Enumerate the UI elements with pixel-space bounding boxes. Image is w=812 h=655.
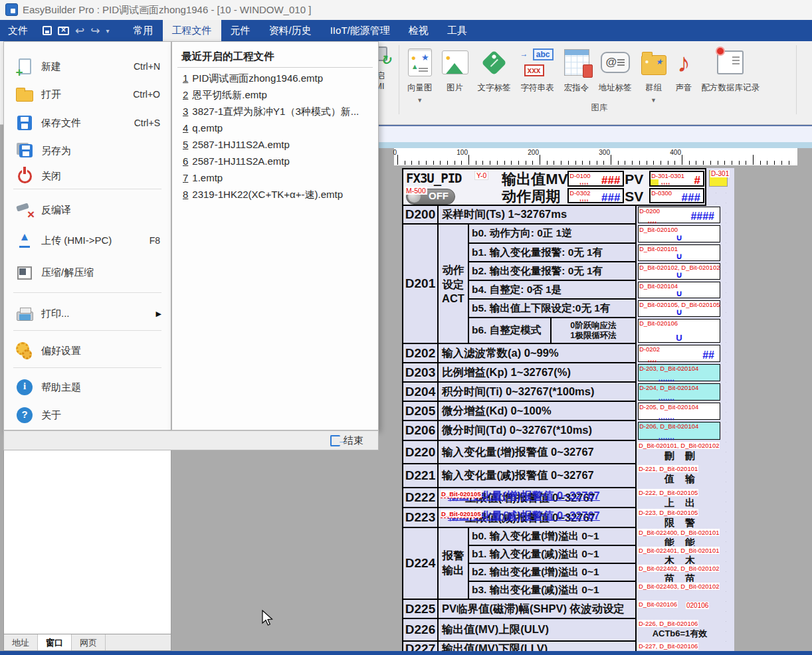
toolbar-button-vector-graphic[interactable]: ▲向量图▼ [403,44,437,104]
ribbon-tab-2[interactable]: 工程文件 [163,20,221,41]
address-cell: D_Bit-020101, D_Bit-020102刪刪 [637,441,723,464]
address-label: D_Bit-022400, D_Bit-020101 [638,529,720,536]
file-menu-item-preferences[interactable]: 偏好设置 [4,339,171,362]
print-icon [17,312,33,321]
table-row-D201: D201动作设定ACTb0. 动作方向: 0正 1逆D_Bit-020100∪b… [402,225,734,344]
toolbar-button-address-tag[interactable]: 地址标签 [594,44,637,94]
recent-file-item[interactable]: 71.emtp [183,172,373,187]
m500-address-tag: M-500 [405,187,427,195]
file-menu-item-compress[interactable]: 压缩/解压缩 [4,261,171,284]
table-row-D227: D227输出值(MV)下限(LLV)D-227, D_Bit-020106 [402,642,734,651]
submenu-arrow-icon: ▶ [156,310,161,318]
recent-file-item[interactable]: 52587-1HJ11S2A.emtp [183,139,373,153]
file-menu-item-save-file[interactable]: 保存文件Ctrl+S [4,112,171,134]
toolbar-button-label: 地址标签 [599,82,632,94]
toolbar-button-text-label[interactable]: 文字标签 [473,44,516,94]
toolbar-button-sound[interactable]: ♪声音 [671,44,697,94]
recent-file-item[interactable]: 4q.emtp [183,122,373,137]
export-icon[interactable] [58,27,69,35]
sub-row: b0. 输入变化量(增)溢出 0~1D_Bit-022400, D_Bit-02… [469,528,723,546]
redo-icon[interactable]: ↪ [90,25,100,37]
table-row-D225: D225PV临界值(磁滞)幅(SHPV) 依波动设定D_Bit-02010602… [402,600,734,619]
address-cell: D-223, D_Bit-020105限警 [637,508,723,528]
ribbon-tab-7[interactable]: 工具 [438,20,476,41]
address-label: D_Bit-022403, D_Bit-020102 [638,583,720,590]
address-cell: D_Bit-020105, D_Bit-020105∪ [637,300,723,318]
menu-item-icon-wrap [15,169,35,183]
panel-tab-网页[interactable]: 网页 [72,634,106,650]
address-box: D_Bit-020102, D_Bit-020102∪ [638,263,720,280]
address-cell: D_Bit-020100∪ [637,225,723,244]
address-tag-icon [601,52,630,73]
panel-tabs: 地址窗口网页 [3,634,171,651]
ribbon-tab-6[interactable]: 检视 [399,20,438,41]
ribbon-tab-3[interactable]: 元件 [221,20,260,41]
ruler-tick [767,161,767,165]
ribbon-tab-5[interactable]: IIoT/能源管理 [321,20,399,41]
ruler-tick [789,161,789,165]
menu-file[interactable]: 文件 [0,20,37,41]
sound-icon: ♪ [677,48,690,77]
address-label: D-205, D_Bit-020104 [639,403,698,411]
exit-button[interactable]: 结束 [330,434,363,447]
recent-file-item[interactable]: 33827-1直焊为脉冲Y1（3种模式）新... [183,106,373,120]
recent-file-item[interactable]: 82319-1HK22(XC+TK+α+-速).emtp [183,189,373,203]
file-menu-item-close-project[interactable]: 关闭 [4,165,171,187]
recent-file-item[interactable]: 2恩平切纸新.emtp [183,89,373,104]
address-label: D_Bit-020101 [639,245,678,252]
file-menu-item-decompile[interactable]: 反编译 [4,199,171,221]
panel-tab-窗口[interactable]: 窗口 [38,634,72,650]
pid-header: FX3U_PID Y-0 M-500 OFF 输出值MV 动作周期 D-0100… [402,168,706,206]
ruler-tick [739,161,740,165]
sub-rows: b0. 动作方向: 0正 1逆D_Bit-020100∪b1. 输入变化量报警:… [469,225,723,344]
sub-row: b6. 自整定模式0阶跃响应法1极限循环法D_Bit-020106U [469,318,723,344]
compress-icon [17,266,32,280]
save-icon[interactable] [43,26,52,35]
toolbar-button-recipe-database[interactable]: 配方数据库记录 [697,44,765,94]
group-icon: ★ [641,55,666,75]
toolbar-button-picture[interactable]: 图片 [437,44,473,94]
file-menu-item-help[interactable]: 帮助主题 [4,376,171,399]
recent-file-item[interactable]: 62587-1HJ11S2A.emtp [183,155,373,170]
ruler-tick [433,161,434,165]
ruler-tick [753,155,754,165]
menu-item-icon-wrap [15,342,35,359]
toolbar-button-macro[interactable]: 宏指令 [559,44,594,94]
recent-file-number: 3 [183,106,188,117]
address-label: D-223, D_Bit-020105 [638,509,698,516]
address-cell: D-221, D_Bit-020101值输 [637,464,723,488]
undo-icon[interactable]: ↩ [75,25,84,37]
file-menu-item-new-file[interactable]: 新建Ctrl+N [4,55,171,78]
file-menu-item-open-folder[interactable]: 打开Ctrl+O [4,83,171,106]
file-menu-item-about[interactable]: 关于 [4,404,171,426]
toolbar-button-label: 宏指令 [564,82,589,94]
sv-label: SV [625,188,649,205]
toolbar-separator [399,45,399,114]
recent-file-item[interactable]: 1PID调试画面zhong1946.emtp [183,72,373,87]
ribbon-tab-1[interactable]: 常用 [124,20,163,41]
panel-tab-地址[interactable]: 地址 [4,634,38,650]
ruler-tick [426,161,427,165]
address-box: D-0202##,,,, [638,345,720,362]
ruler-tick [625,161,625,165]
file-menu-item-save-as[interactable]: 另存为 [4,140,171,162]
ruler-tick [639,161,640,165]
table-row-D223: D223D_Bit-020105上限值(减)报警值 0~32767输出变化量(减… [402,508,734,528]
recent-file-name: 恩平切纸新.emtp [192,89,267,100]
upload-icon [17,233,32,248]
table-row-D204: D204积分时间(Ti) 0~32767(*100ms)D-204, D_Bit… [402,383,734,402]
ruler-tick [397,155,398,165]
address-label: D_Bit-022401, D_Bit-020101 [638,547,720,554]
ribbon-tab-4[interactable]: 资料/历史 [260,20,321,41]
recipe-database-icon-box [702,45,760,80]
file-menu-item-upload[interactable]: 上传 (HMI->PC)F8 [4,229,171,252]
address-label: D_Bit-022402, D_Bit-020102 [638,565,720,572]
ruler-tick [461,161,462,165]
qat-dropdown-icon[interactable]: ▾ [106,27,110,35]
address-cell: D-206, D_Bit-020104,,,,,,, [637,421,723,441]
toolbar-button-group[interactable]: ★群组▼ [637,44,671,104]
window-tree-panel[interactable] [3,450,171,634]
register-id: D200 [402,206,439,225]
file-menu-item-print[interactable]: 打印...▶ [4,302,171,325]
toolbar-button-string-table[interactable]: →字符串表 [516,44,559,94]
